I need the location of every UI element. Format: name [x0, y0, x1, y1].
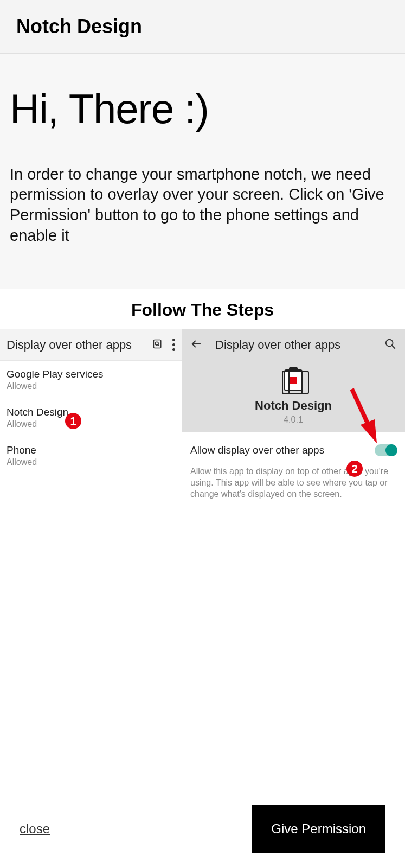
- toggle-label: Allow display over other apps: [190, 444, 369, 456]
- steps-title: Follow The Steps: [0, 289, 405, 329]
- list-item[interactable]: Phone Allowed: [0, 437, 182, 475]
- permission-note: Allow this app to display on top of othe…: [182, 462, 405, 509]
- app-title: Notch Design: [16, 15, 389, 38]
- app-name: Google Play services: [7, 368, 175, 380]
- overlay-toggle[interactable]: [375, 444, 396, 456]
- back-icon[interactable]: [190, 338, 202, 352]
- search-icon[interactable]: [384, 338, 396, 352]
- step2-panel: Display over other apps Notch De: [182, 329, 405, 509]
- app-info: Notch Design 4.0.1: [190, 361, 396, 432]
- give-permission-button[interactable]: Give Permission: [252, 805, 385, 853]
- list-item[interactable]: Notch Design Allowed: [0, 399, 182, 437]
- app-status: Allowed: [7, 419, 175, 429]
- detail-app-name: Notch Design: [190, 399, 396, 413]
- steps-container: Display over other apps: [0, 329, 405, 510]
- svg-rect-0: [153, 340, 160, 348]
- app-status: Allowed: [7, 457, 175, 467]
- svg-line-5: [392, 346, 395, 349]
- detail-app-version: 4.0.1: [190, 415, 396, 425]
- right-panel-header: Display over other apps: [190, 329, 396, 361]
- step1-panel: Display over other apps: [0, 329, 182, 509]
- svg-line-2: [158, 345, 160, 347]
- app-name: Phone: [7, 444, 175, 456]
- app-header: Notch Design: [0, 0, 405, 54]
- app-icon: [281, 369, 305, 393]
- close-button[interactable]: close: [20, 821, 50, 837]
- greeting-text: Hi, There :): [10, 86, 395, 132]
- more-icon[interactable]: [172, 339, 175, 351]
- intro-section: Hi, There :) In order to change your sma…: [0, 54, 405, 289]
- app-name: Notch Design: [7, 406, 175, 418]
- app-status: Allowed: [7, 381, 175, 391]
- app-list: Google Play services Allowed Notch Desig…: [0, 361, 182, 475]
- search-in-page-icon[interactable]: [152, 339, 163, 352]
- footer: close Give Permission: [0, 790, 405, 868]
- svg-point-1: [155, 342, 158, 345]
- explanation-text: In order to change your smartphone notch…: [10, 164, 395, 246]
- right-panel-title: Display over other apps: [215, 338, 371, 352]
- left-panel-header: Display over other apps: [0, 329, 182, 361]
- toggle-row: Allow display over other apps: [182, 432, 405, 462]
- list-item[interactable]: Google Play services Allowed: [0, 361, 182, 399]
- left-panel-title: Display over other apps: [7, 338, 152, 352]
